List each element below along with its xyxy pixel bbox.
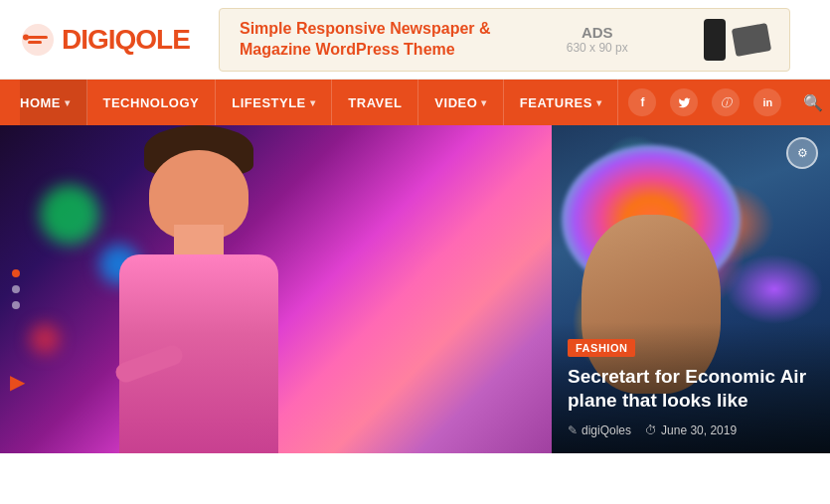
ad-title: Simple Responsive Newspaper &Magazine Wo…: [240, 19, 491, 61]
site-logo[interactable]: DIGIQOLE: [20, 22, 199, 58]
author-name: digiQoles: [581, 423, 631, 437]
logo-icon: [20, 22, 56, 58]
chevron-down-icon: ▾: [481, 97, 487, 108]
clock-icon: ⏱: [645, 423, 657, 437]
linkedin-icon[interactable]: in: [753, 88, 781, 116]
settings-icon[interactable]: ⚙: [786, 137, 818, 169]
author-icon: ✎: [568, 423, 578, 437]
navbar: HOME ▾ TECHNOLOGY LIFESTYLE ▾ TRAVEL VID…: [0, 80, 830, 125]
ad-devices: [704, 19, 769, 61]
ad-size-label: ADS 630 x 90 px: [567, 24, 628, 55]
svg-point-3: [23, 34, 29, 40]
search-icon[interactable]: 🔍: [803, 93, 823, 112]
instagram-icon[interactable]: ⓘ: [712, 88, 740, 116]
bokeh-red: [30, 324, 60, 354]
article-date: June 30, 2019: [661, 423, 737, 437]
svg-rect-1: [28, 36, 48, 39]
ad-banner: Simple Responsive Newspaper &Magazine Wo…: [219, 8, 790, 72]
chevron-down-icon: ▾: [596, 97, 602, 108]
phone-icon: [704, 19, 726, 61]
facebook-icon[interactable]: f: [628, 88, 656, 116]
slider-dots[interactable]: [12, 269, 20, 309]
slider-arrow-icon[interactable]: ▶: [10, 370, 25, 394]
twitter-bird: [678, 96, 691, 109]
ad-text: Simple Responsive Newspaper &Magazine Wo…: [240, 19, 491, 61]
dot-2[interactable]: [12, 285, 20, 293]
main-content: ▶ ⚙ FASHION Secretart for Economic Air p…: [0, 125, 830, 453]
dot-1[interactable]: [12, 269, 20, 277]
person-shirt: [119, 254, 278, 453]
logo-text: DIGIQOLE: [62, 24, 190, 56]
nav-item-lifestyle[interactable]: LIFESTYLE ▾: [216, 80, 332, 125]
nav-item-home[interactable]: HOME ▾: [20, 80, 87, 125]
chevron-down-icon: ▾: [310, 97, 316, 108]
article-meta: ✎ digiQoles ⏱ June 30, 2019: [568, 423, 814, 437]
tablet-icon: [732, 23, 771, 57]
nav-item-features[interactable]: FEATURES ▾: [504, 80, 619, 125]
dot-3[interactable]: [12, 301, 20, 309]
date-meta: ⏱ June 30, 2019: [645, 423, 737, 437]
nav-item-technology[interactable]: TECHNOLOGY: [87, 80, 217, 125]
social-links: f ⓘ in 🔍: [628, 88, 823, 116]
site-header: DIGIQOLE Simple Responsive Newspaper &Ma…: [0, 0, 830, 80]
person-figure: [99, 155, 298, 453]
hero-image: ▶: [0, 125, 552, 453]
author-meta: ✎ digiQoles: [568, 423, 631, 437]
twitter-icon[interactable]: [670, 88, 698, 116]
article-title[interactable]: Secretart for Economic Air plane that lo…: [568, 365, 814, 414]
right-column: ⚙ FASHION Secretart for Economic Air pla…: [552, 125, 830, 453]
chevron-down-icon: ▾: [65, 97, 71, 108]
svg-rect-2: [28, 41, 42, 44]
nav-item-video[interactable]: VIDEO ▾: [418, 80, 503, 125]
article-overlay: FASHION Secretart for Economic Air plane…: [552, 322, 830, 453]
fashion-badge: FASHION: [568, 339, 635, 357]
hero-background: ▶: [0, 125, 552, 453]
nav-item-travel[interactable]: TRAVEL: [332, 80, 418, 125]
bokeh-green: [40, 185, 99, 245]
nav-items: HOME ▾ TECHNOLOGY LIFESTYLE ▾ TRAVEL VID…: [20, 80, 618, 125]
right-background: ⚙ FASHION Secretart for Economic Air pla…: [552, 125, 830, 453]
